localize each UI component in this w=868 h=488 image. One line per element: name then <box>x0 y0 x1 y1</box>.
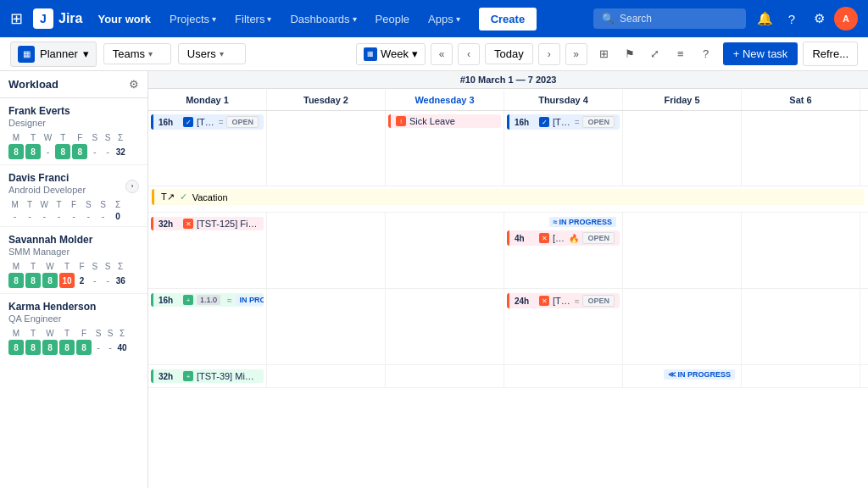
prev-button[interactable]: ‹ <box>458 43 480 65</box>
settings-gear-icon[interactable]: ⚙ <box>129 78 139 91</box>
teams-dropdown[interactable]: Teams ▾ <box>103 43 171 64</box>
next-next-button[interactable]: » <box>565 43 587 65</box>
day-value: 8 <box>25 340 41 355</box>
task-bar-tst125-karma[interactable]: 24h ✕ [TST-125] Test workload v2.1 ≈ OPE… <box>507 293 620 308</box>
task-bar-tst28[interactable]: 16h ✓ [TST-28] Re-design screenshots for… <box>151 114 264 130</box>
vacation-label: Vacation <box>192 192 228 202</box>
cal-cell-last-fri: ≪ IN PROGRESS <box>623 365 742 387</box>
nav-people[interactable]: People <box>367 8 418 30</box>
calendar-row-frank: 16h ✓ [TST-28] Re-design screenshots for… <box>148 110 868 186</box>
today-button[interactable]: Today <box>485 43 533 64</box>
day-value: 8 <box>42 340 58 355</box>
filter-icon[interactable]: ≡ <box>669 42 693 66</box>
expand-icon[interactable]: ⤢ <box>643 42 667 66</box>
search-icon: 🔍 <box>602 13 615 25</box>
cal-cell-last-tue <box>267 365 386 387</box>
planner-icon: ▦ <box>18 46 35 63</box>
cal-cell-savannah-thu: ≈ IN PROGRESS 4h ✕ [TST-12] Investigate … <box>504 213 623 288</box>
calendar-area: #10 March 1 — 7 2023 Monday 1 Tuesday 2 … <box>148 71 868 488</box>
user-avatar[interactable]: A <box>834 7 858 30</box>
task-bar-tst23[interactable]: 16h ✓ [TST-23] Create new icon set = OPE… <box>507 114 620 130</box>
prev-prev-button[interactable]: « <box>431 43 453 65</box>
refresh-button[interactable]: Refre... <box>803 42 858 66</box>
planner-button[interactable]: ▦ Planner ▾ <box>10 42 97 67</box>
task-bar-tst107[interactable]: 16h + 1.1.0 [TST-107] Test plan for v1.1… <box>151 293 264 307</box>
cal-cell-karma-wed <box>386 289 504 364</box>
nav-icon-group: 🔔 ? ⚙ A <box>753 7 858 30</box>
task-bar-tst125-savannah[interactable]: 32h ✕ [TST-125] Fix the EMEA PPC campaig… <box>151 217 264 230</box>
logo-text: Jira <box>58 11 82 26</box>
next-button[interactable]: › <box>538 43 560 65</box>
chevron-down-icon: ▾ <box>412 47 418 60</box>
user-section-savannah: Savannah Molder SMM Manager M T W T F S … <box>0 227 147 294</box>
chevron-down-icon: ▾ <box>456 14 460 24</box>
cal-cell-karma-mon: 16h + 1.1.0 [TST-107] Test plan for v1.1… <box>148 289 267 364</box>
nav-projects[interactable]: Projects ▾ <box>161 8 225 30</box>
calendar-row-last: 32h + [TST-39] Migration to Java 11 ≪ IN… <box>148 365 868 388</box>
cal-cell-savannah-fri <box>623 213 742 288</box>
week-label: Week <box>381 47 409 60</box>
task-bar-tst12[interactable]: 4h ✕ [TST-12] Investigate higher CPC in … <box>507 230 620 246</box>
top-navigation: ⊞ J Jira Your work Projects ▾ Filters ▾ … <box>0 0 868 37</box>
week-label: #10 March 1 — 7 2023 <box>148 71 868 89</box>
app-logo: J Jira <box>33 8 82 29</box>
chevron-down-icon: ▾ <box>212 14 216 24</box>
days-grid-frank: M T W T F S S Σ 8 8 - 8 8 - - 32 <box>8 133 139 159</box>
chevron-down-icon: ▾ <box>267 14 271 24</box>
chevron-down-icon: ▾ <box>148 49 153 58</box>
cal-cell-frank-tue <box>267 110 386 186</box>
flag-icon[interactable]: ⚑ <box>618 42 642 66</box>
task-type-icon: ✕ <box>539 233 549 243</box>
jira-icon: J <box>33 8 53 29</box>
day-value-over: 10 <box>59 273 75 288</box>
main-content: Workload ⚙ Frank Everts Designer M T W T… <box>0 71 868 488</box>
status-badge: ≪ IN PROGRESS <box>664 369 735 380</box>
col-wednesday: Wednesday 3 <box>386 90 504 110</box>
col-thursday: Thursday 4 <box>504 90 623 110</box>
users-dropdown[interactable]: Users ▾ <box>178 43 246 64</box>
chevron-down-icon: ▾ <box>83 47 89 60</box>
vacation-bar[interactable]: T↗ ✓ Vacation <box>152 189 865 205</box>
cal-cell-savannah-tue <box>267 213 386 288</box>
search-bar[interactable]: 🔍 Search <box>593 8 746 29</box>
nav-apps[interactable]: Apps ▾ <box>420 8 469 30</box>
settings-icon[interactable]: ⚙ <box>807 7 831 30</box>
help-icon[interactable]: ? <box>780 7 804 30</box>
new-task-button[interactable]: + New task <box>723 42 798 65</box>
task-bar-sick[interactable]: ! Sick Leave <box>388 114 501 128</box>
user-name-karma: Karma Henderson <box>8 301 139 313</box>
subnav-right: ▦ Week ▾ « ‹ Today › » ⊞ ⚑ ⤢ ≡ ? + New t… <box>356 42 858 66</box>
help-circle-icon[interactable]: ? <box>694 42 718 66</box>
task-bar-tst39[interactable]: 32h + [TST-39] Migration to Java 11 <box>151 369 264 383</box>
nav-dashboards[interactable]: Dashboards ▾ <box>281 8 364 30</box>
chevron-down-icon: ▾ <box>353 14 357 24</box>
subnav-icon-group: ⊞ ⚑ ⤢ ≡ ? <box>593 42 718 66</box>
cal-cell-frank-wed: ! Sick Leave <box>386 110 504 186</box>
notifications-icon[interactable]: 🔔 <box>753 7 776 30</box>
create-button[interactable]: Create <box>479 8 537 30</box>
user-name-frank: Frank Everts <box>8 105 139 117</box>
col-friday: Friday 5 <box>623 90 742 110</box>
nav-filters[interactable]: Filters ▾ <box>226 8 280 30</box>
cal-cell-frank-mon: 16h ✓ [TST-28] Re-design screenshots for… <box>148 110 267 186</box>
week-selector[interactable]: ▦ Week ▾ <box>356 43 426 65</box>
cal-cell-last-thu <box>504 365 623 387</box>
days-grid-savannah: M T W T F S S Σ 8 8 8 10 2 - - 36 <box>8 262 139 288</box>
task-type-icon: ✓ <box>539 117 549 127</box>
cal-cell-last-wed <box>386 365 504 387</box>
task-type-icon: ✕ <box>183 219 193 229</box>
user-role-davis: Android Developer <box>8 185 86 195</box>
view-icon[interactable]: ⊞ <box>593 42 616 66</box>
user-role-frank: Designer <box>8 118 139 128</box>
task-type-icon: ✕ <box>539 296 549 306</box>
day-value: 8 <box>42 273 58 288</box>
cal-cell-savannah-wed <box>386 213 504 288</box>
nav-your-work[interactable]: Your work <box>89 8 159 30</box>
status-badge: OPEN <box>582 232 615 244</box>
waffle-icon[interactable]: ⊞ <box>10 9 23 28</box>
status-badge: OPEN <box>582 116 615 128</box>
col-sunday: Su <box>860 90 868 110</box>
sidebar: Workload ⚙ Frank Everts Designer M T W T… <box>0 71 148 488</box>
days-grid-davis: M T W T F S S Σ - - - - - - - 0 <box>8 200 139 221</box>
expand-button[interactable]: › <box>125 180 139 193</box>
